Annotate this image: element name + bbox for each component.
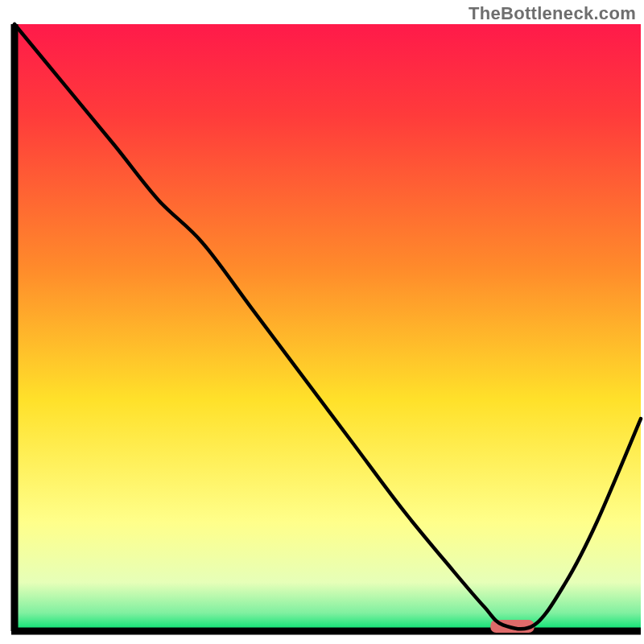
bottleneck-chart: TheBottleneck.com bbox=[0, 0, 644, 644]
plot-background bbox=[14, 24, 641, 631]
chart-svg bbox=[0, 0, 644, 644]
attribution-label: TheBottleneck.com bbox=[469, 3, 636, 24]
